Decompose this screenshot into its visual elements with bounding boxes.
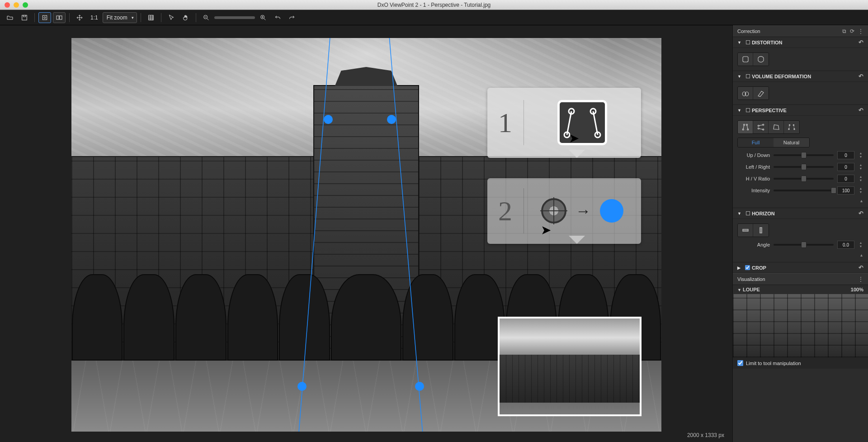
stepper-icon[interactable]: ▲▼	[858, 163, 863, 171]
slider-thumb[interactable]	[801, 152, 807, 158]
reset-icon[interactable]: ↶	[859, 107, 863, 114]
distortion-panel-header[interactable]: ▼ DISTORTION ↶	[733, 37, 868, 48]
popout-icon[interactable]: ⧉	[842, 28, 846, 34]
perspective-mode-full[interactable]: Full	[738, 138, 774, 147]
chevron-down-icon: ▼	[737, 108, 741, 113]
limit-row: Limit to tool manipulation	[733, 357, 868, 369]
slider-thumb[interactable]	[801, 164, 807, 170]
stepper-icon[interactable]: ▲▼	[858, 187, 863, 194]
target-icon	[541, 198, 566, 223]
perspective-vertical-lines-button[interactable]	[738, 121, 753, 133]
zoom-mode-select[interactable]: Fit zoom	[103, 12, 137, 23]
pointer-tool-button[interactable]	[165, 12, 178, 23]
perspective-handle[interactable]	[415, 382, 424, 391]
zoom-in-icon[interactable]	[257, 12, 269, 23]
collapse-icon[interactable]: ▴	[737, 252, 863, 257]
perspective-panel-header[interactable]: ▼ PERSPECTIVE ↶	[733, 105, 868, 116]
slider-thumb[interactable]	[831, 187, 836, 194]
slider-thumb[interactable]	[801, 242, 807, 248]
leftright-slider[interactable]	[774, 166, 834, 168]
maximize-icon[interactable]	[23, 2, 28, 8]
save-button[interactable]	[18, 12, 31, 23]
perspective-mode-segmented[interactable]: Full Natural	[737, 138, 810, 147]
perspective-8point-button[interactable]	[784, 121, 799, 133]
menu-icon[interactable]: ⋮	[858, 276, 863, 282]
undo-button[interactable]	[271, 12, 284, 23]
horizon-vertical-button[interactable]	[753, 224, 769, 237]
single-view-button[interactable]	[38, 12, 51, 23]
loupe-image	[733, 294, 868, 357]
redo-button[interactable]	[286, 12, 298, 23]
stepper-icon[interactable]: ▲▼	[858, 152, 863, 159]
loupe-view[interactable]	[733, 294, 868, 357]
perspective-mode-natural[interactable]: Natural	[774, 138, 809, 147]
zoom-ratio-label[interactable]: 1:1	[88, 14, 101, 21]
angle-slider[interactable]	[774, 244, 834, 246]
volume-panel-body	[733, 82, 868, 105]
enable-toggle[interactable]	[746, 108, 750, 112]
tutorial-callout-1: 1 ➤	[487, 88, 641, 158]
stepper-icon[interactable]: ▲▼	[858, 241, 863, 248]
grid-toggle-button[interactable]	[145, 12, 157, 23]
intensity-slider[interactable]	[774, 190, 834, 191]
macos-titlebar: DxO ViewPoint 2 - 1 - Perspective - Tuto…	[0, 0, 868, 10]
crop-panel-header[interactable]: ▶ CROP ↶	[733, 262, 868, 273]
refresh-icon[interactable]: ⟳	[850, 28, 854, 34]
intensity-value[interactable]: 100	[837, 186, 854, 195]
loupe-panel-header[interactable]: ▼ LOUPE 100%	[733, 285, 868, 294]
menu-icon[interactable]: ⋮	[858, 28, 863, 34]
distortion-mode-2-button[interactable]	[753, 53, 769, 66]
compare-view-button[interactable]	[53, 12, 66, 23]
svg-line-15	[593, 111, 598, 135]
correction-section-header: Correction ⧉ ⟳ ⋮	[733, 25, 868, 37]
svg-point-33	[788, 128, 789, 129]
perspective-rectangle-button[interactable]	[769, 121, 784, 133]
visualization-title-label: Visualization	[737, 276, 765, 282]
zoom-slider[interactable]	[214, 16, 255, 19]
move-tool-button[interactable]	[73, 12, 86, 23]
hvratio-slider[interactable]	[774, 178, 834, 180]
open-file-button[interactable]	[4, 12, 16, 23]
reset-icon[interactable]: ↶	[859, 39, 863, 46]
volume-panel-header[interactable]: ▼ VOLUME DEFORMATION ↶	[733, 71, 868, 82]
zoom-out-icon[interactable]	[200, 12, 212, 23]
reset-icon[interactable]: ↶	[859, 264, 863, 271]
perspective-tool-icon: ➤	[557, 100, 607, 145]
enable-toggle[interactable]	[746, 211, 750, 215]
volume-horizontal-button[interactable]	[738, 87, 753, 100]
slider-thumb[interactable]	[801, 176, 807, 182]
chevron-right-icon: ▶	[737, 266, 741, 270]
leftright-value[interactable]: 0	[837, 163, 854, 171]
image-viewport[interactable]: 1 ➤ 2 → ➤	[71, 38, 661, 432]
canvas-area[interactable]: 1 ➤ 2 → ➤	[0, 25, 732, 442]
hand-tool-button[interactable]	[179, 12, 192, 23]
horizon-panel-header[interactable]: ▼ HORIZON ↶	[733, 208, 868, 219]
reset-icon[interactable]: ↶	[859, 73, 863, 80]
perspective-handle[interactable]	[387, 115, 396, 124]
intensity-label: Intensity	[737, 188, 770, 193]
hvratio-slider-row: H / V Ratio 0 ▲▼	[737, 175, 863, 183]
limit-checkbox[interactable]	[737, 360, 743, 366]
crop-enable-checkbox[interactable]	[745, 265, 750, 270]
collapse-icon[interactable]: ▴	[737, 198, 863, 203]
updown-value[interactable]: 0	[837, 151, 854, 159]
perspective-horizontal-lines-button[interactable]	[753, 121, 769, 133]
loupe-zoom-value[interactable]: 100%	[851, 287, 863, 292]
enable-toggle[interactable]	[746, 40, 750, 44]
horizon-horizontal-button[interactable]	[738, 224, 753, 237]
volume-diagonal-button[interactable]	[753, 87, 769, 100]
reset-icon[interactable]: ↶	[859, 210, 863, 217]
window-title: DxO ViewPoint 2 - 1 - Perspective - Tuto…	[0, 2, 868, 8]
perspective-handle[interactable]	[324, 115, 333, 124]
stepper-icon[interactable]: ▲▼	[858, 175, 863, 182]
angle-value[interactable]: 0.0	[837, 241, 854, 249]
updown-slider[interactable]	[774, 154, 834, 156]
minimize-icon[interactable]	[14, 2, 19, 8]
close-icon[interactable]	[5, 2, 10, 8]
hvratio-value[interactable]: 0	[837, 175, 854, 183]
distortion-mode-1-button[interactable]	[738, 53, 753, 66]
svg-rect-5	[60, 16, 62, 19]
tutorial-callout-2: 2 → ➤	[487, 178, 641, 244]
enable-toggle[interactable]	[746, 74, 750, 78]
perspective-handle[interactable]	[297, 382, 307, 391]
